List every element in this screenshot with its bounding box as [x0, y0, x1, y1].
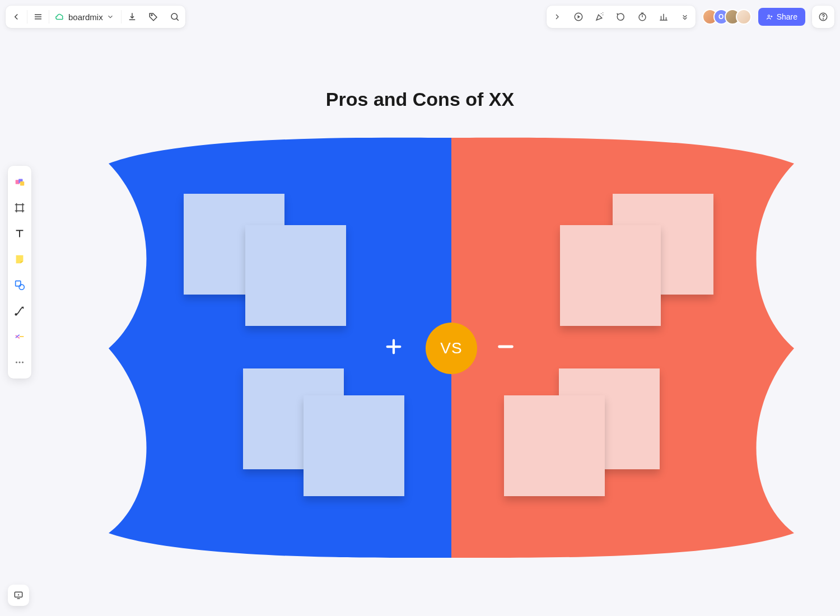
chart-button[interactable]: [653, 6, 674, 28]
svg-rect-25: [20, 181, 24, 185]
templates-tool[interactable]: [10, 170, 30, 194]
mindmap-tool[interactable]: [10, 325, 30, 348]
frame-tool[interactable]: [10, 196, 30, 220]
canvas-title[interactable]: Pros and Cons of XX: [0, 88, 840, 110]
svg-line-5: [176, 18, 178, 20]
share-icon: [766, 13, 773, 21]
more-tool[interactable]: [10, 351, 30, 374]
pros-note[interactable]: [245, 225, 346, 326]
minus-icon: [496, 337, 519, 360]
connector-tool[interactable]: [10, 299, 30, 323]
share-label: Share: [777, 12, 797, 21]
svg-point-34: [15, 314, 17, 315]
tag-button[interactable]: [143, 6, 164, 28]
search-button[interactable]: [164, 6, 185, 28]
share-button[interactable]: Share: [758, 8, 805, 26]
canvas[interactable]: Pros and Cons of XX VS: [0, 0, 840, 616]
svg-point-35: [16, 361, 17, 363]
svg-point-4: [171, 13, 178, 20]
plus-icon: [384, 337, 407, 360]
more-tools-button[interactable]: [674, 6, 696, 28]
text-tool[interactable]: [10, 222, 30, 245]
svg-marker-39: [18, 594, 20, 596]
pros-cons-board[interactable]: VS: [109, 137, 794, 559]
cloud-sync-icon: [55, 12, 65, 22]
timer-button[interactable]: [632, 6, 653, 28]
board-title-dropdown[interactable]: boardmix: [49, 6, 121, 28]
svg-point-22: [823, 18, 824, 19]
menu-button[interactable]: [27, 6, 49, 28]
shape-tool[interactable]: [10, 273, 30, 297]
expand-button[interactable]: [547, 6, 568, 28]
svg-point-37: [22, 361, 24, 363]
avatar-initial: O: [718, 13, 724, 21]
svg-point-33: [19, 284, 24, 290]
svg-line-9: [603, 15, 603, 15]
topbar-right-tools: [547, 6, 696, 28]
play-button[interactable]: [568, 6, 589, 28]
help-button[interactable]: [812, 6, 834, 28]
comment-button[interactable]: [610, 6, 632, 28]
present-button[interactable]: [8, 585, 29, 606]
svg-marker-7: [577, 15, 580, 18]
svg-point-18: [768, 15, 769, 16]
vs-label: VS: [440, 339, 462, 357]
confetti-button[interactable]: [589, 6, 610, 28]
svg-line-10: [603, 13, 603, 13]
svg-point-36: [18, 361, 20, 363]
chevron-down-icon: [106, 13, 114, 21]
svg-line-8: [601, 13, 601, 14]
svg-point-3: [151, 15, 152, 16]
back-button[interactable]: [6, 6, 27, 28]
board-name: boardmix: [68, 12, 103, 22]
topbar-left-group: boardmix: [6, 6, 185, 28]
vs-badge[interactable]: VS: [426, 323, 477, 374]
export-button[interactable]: [122, 6, 143, 28]
cons-note[interactable]: [560, 225, 661, 326]
collaborator-avatars[interactable]: O: [702, 9, 752, 25]
pros-note[interactable]: [304, 395, 404, 496]
avatar[interactable]: [736, 9, 752, 25]
sticky-note-tool[interactable]: [10, 248, 30, 271]
left-toolbar: [8, 166, 31, 379]
cons-note[interactable]: [504, 395, 605, 496]
